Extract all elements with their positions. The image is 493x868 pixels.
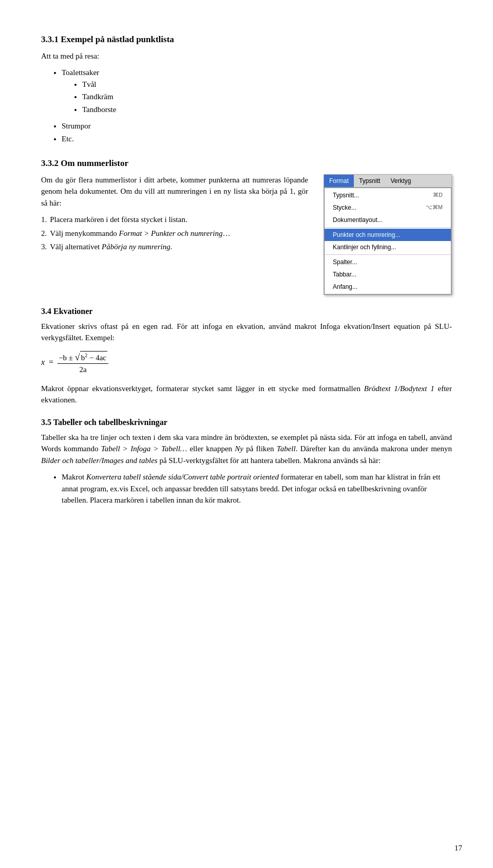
list-item: Tandkräm — [82, 91, 452, 103]
menu-bar-format[interactable]: Format — [324, 175, 354, 187]
menu-item-kantlinjer[interactable]: Kantlinjer och fyllning... — [325, 241, 451, 253]
menu-item-dokumentlayout[interactable]: Dokumentlayout... — [325, 214, 451, 226]
section-3-4-heading: 3.4 Ekvationer — [41, 305, 452, 318]
equation-numerator: −b ± √b2 − 4ac — [58, 351, 108, 364]
nested-list: Toalettsaker Tvål Tandkräm Tandborste St… — [62, 67, 452, 144]
menu-item-shortcut: ⌘D — [433, 191, 443, 199]
menu-item-label: Tabbar... — [333, 270, 356, 279]
menu-screenshot-column: Format Typsnitt Verktyg Typsnitt... ⌘D S… — [324, 174, 452, 295]
sqrt-symbol: √ — [75, 353, 80, 362]
step-text: Placera markören i det första stycket i … — [50, 214, 187, 226]
step-2: 2. Välj menykommando Format > Punkter oc… — [41, 228, 308, 239]
step-number: 1. — [41, 214, 47, 226]
menu-item-label: Anfang... — [333, 282, 357, 291]
menu-item-anfang[interactable]: Anfang... — [325, 281, 451, 293]
equation-fraction: −b ± √b2 − 4ac 2a — [58, 351, 108, 376]
menu-bar: Format Typsnitt Verktyg — [324, 175, 451, 188]
menu-item-typsnitt[interactable]: Typsnitt... ⌘D — [325, 189, 451, 201]
menu-item-label: Spalter... — [333, 257, 357, 267]
page-content: 3.3.1 Exempel på nästlad punktlista Att … — [41, 33, 452, 506]
menu-item-shortcut: ⌥⌘M — [426, 203, 443, 212]
text-column: Om du gör flera nummerlistor i ditt arbe… — [41, 174, 308, 255]
menu-item-spalter[interactable]: Spalter... — [325, 256, 451, 268]
section-3-4: 3.4 Ekvationer Ekvationer skrivs oftast … — [41, 305, 452, 406]
list-item: Etc. — [62, 133, 452, 145]
menu-item-stycke[interactable]: Stycke... ⌥⌘M — [325, 201, 451, 214]
menu-item-label: Kantlinjer och fyllning... — [333, 243, 396, 252]
equation-lhs: x — [41, 358, 45, 366]
list-item: Tandborste — [82, 104, 452, 116]
menu-bar-verktyg[interactable]: Verktyg — [385, 175, 416, 187]
step-text: Välj menykommando Format > Punkter och n… — [50, 228, 230, 239]
step-number: 3. — [41, 241, 47, 253]
equation-equals: = — [49, 358, 53, 366]
nested-sublist: Tvål Tandkräm Tandborste — [82, 79, 452, 116]
section-3-3-2: 3.3.2 Om nummerlistor Om du gör flera nu… — [41, 157, 452, 295]
section-3-4-para1: Ekvationer skrivs oftast på en egen rad.… — [41, 321, 452, 344]
section-3-3-1: 3.3.1 Exempel på nästlad punktlista Att … — [41, 33, 452, 144]
step-1: 1. Placera markören i det första stycket… — [41, 214, 308, 226]
menu-item-label: Stycke... — [333, 203, 356, 212]
menu-screenshot: Format Typsnitt Verktyg Typsnitt... ⌘D S… — [324, 174, 452, 295]
menu-item-label: Dokumentlayout... — [333, 215, 383, 225]
menu-separator-2 — [325, 254, 451, 255]
menu-item-label: Typsnitt... — [333, 191, 359, 200]
step-number: 2. — [41, 228, 47, 239]
page-number: 17 — [454, 844, 462, 853]
bullet-list: Makrot Konvertera tabell stående sida/Co… — [62, 471, 452, 506]
section-3-3-1-heading: 3.3.1 Exempel på nästlad punktlista — [41, 33, 452, 46]
sqrt-wrapper: √b2 − 4ac — [75, 351, 107, 364]
bullet-item-1: Makrot Konvertera tabell stående sida/Co… — [62, 471, 452, 506]
menu-dropdown: Typsnitt... ⌘D Stycke... ⌥⌘M Dokumentlay… — [324, 188, 451, 294]
section-3-3-2-para1: Om du gör flera nummerlistor i ditt arbe… — [41, 174, 308, 209]
list-item: Toalettsaker Tvål Tandkräm Tandborste — [62, 67, 452, 115]
menu-item-punkter[interactable]: Punkter och numrering... — [325, 229, 451, 241]
menu-separator — [325, 227, 451, 228]
menu-item-label: Punkter och numrering... — [333, 230, 400, 239]
two-column-layout: Om du gör flera nummerlistor i ditt arbe… — [41, 174, 452, 295]
section-3-3-1-intro: Att ta med på resa: — [41, 50, 452, 62]
list-item: Tvål — [82, 79, 452, 90]
step-text: Välj alternativet Påbörja ny numrering. — [50, 241, 172, 253]
sqrt-content: b2 − 4ac — [80, 351, 107, 364]
menu-bar-typsnitt[interactable]: Typsnitt — [354, 175, 385, 187]
section-3-5-para1: Tabeller ska ha tre linjer och texten i … — [41, 432, 452, 467]
menu-item-tabbar[interactable]: Tabbar... — [325, 268, 451, 281]
equation-block: x = −b ± √b2 − 4ac 2a — [41, 351, 452, 376]
section-3-5-heading: 3.5 Tabeller och tabellbeskrivningar — [41, 416, 452, 429]
section-3-4-para2: Makrot öppnar ekvationsverktyget, format… — [41, 383, 452, 406]
section-3-5: 3.5 Tabeller och tabellbeskrivningar Tab… — [41, 416, 452, 506]
section-3-3-2-heading: 3.3.2 Om nummerlistor — [41, 157, 452, 170]
step-3: 3. Välj alternativet Påbörja ny numrerin… — [41, 241, 308, 253]
list-item: Strumpor — [62, 120, 452, 132]
equation-denominator: 2a — [78, 364, 87, 376]
